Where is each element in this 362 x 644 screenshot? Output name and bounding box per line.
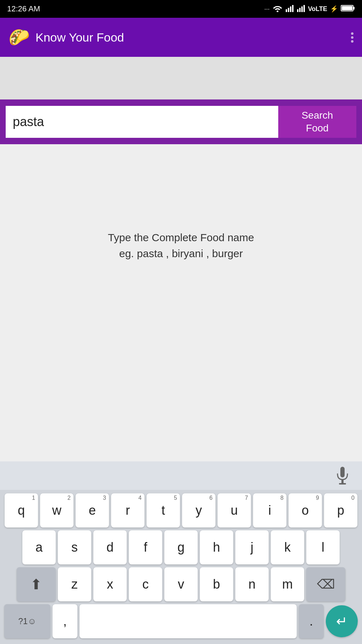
hint-text: Type the Complete Food name eg. pasta , … [108,229,254,261]
key-h[interactable]: h [200,530,233,564]
symbol-key[interactable]: ?1☺ [4,604,50,638]
svg-rect-11 [342,6,352,10]
svg-rect-6 [299,8,301,12]
key-g[interactable]: g [164,530,198,564]
key-m[interactable]: m [271,567,304,601]
app-bar: 🌮 Know Your Food [0,18,362,57]
app-title: Know Your Food [35,31,124,44]
svg-rect-14 [339,483,346,485]
svg-rect-2 [288,8,289,12]
app-bar-left: 🌮 Know Your Food [9,27,124,48]
search-input[interactable] [6,106,278,138]
key-e[interactable]: 3e [76,493,109,527]
svg-rect-1 [286,9,287,12]
signal-dots-icon: ··· [264,5,270,13]
key-u[interactable]: 7u [218,493,251,527]
status-bar: 12:26 AM ··· VoLTE [0,0,362,18]
wifi-icon [273,4,283,14]
svg-rect-7 [301,6,303,12]
comma-key[interactable]: , [53,604,77,638]
svg-rect-13 [341,480,344,483]
signal2-icon [297,4,305,14]
period-key[interactable]: . [299,604,324,638]
signal1-icon [285,4,294,14]
keyboard-row-4: ?1☺ , . ↵ [2,604,360,638]
more-menu-button[interactable] [351,32,353,43]
backspace-key[interactable]: ⌫ [306,567,345,601]
key-i[interactable]: 8i [253,493,286,527]
backspace-icon: ⌫ [317,577,335,592]
battery-icon [341,4,355,14]
svg-rect-3 [290,6,291,12]
content-area: Type the Complete Food name eg. pasta , … [0,144,362,461]
mic-button[interactable] [334,467,351,485]
charging-icon: ⚡ [330,5,338,13]
key-t[interactable]: 5t [147,493,180,527]
svg-point-0 [276,10,278,12]
key-c[interactable]: c [129,567,162,601]
svg-rect-5 [297,9,298,12]
search-food-button[interactable]: Search Food [278,106,356,138]
status-icons: ··· VoLTE ⚡ [264,4,355,14]
key-v[interactable]: v [164,567,198,601]
keyboard-row-3: ⬆ z x c v b n m ⌫ [2,567,360,601]
mic-row [0,461,362,490]
volte-label: VoLTE [308,5,327,13]
enter-icon: ↵ [336,613,347,629]
key-y[interactable]: 6y [182,493,215,527]
key-x[interactable]: x [93,567,127,601]
svg-rect-8 [303,5,305,12]
key-p[interactable]: 0p [324,493,357,527]
enter-key[interactable]: ↵ [326,605,358,637]
key-z[interactable]: z [58,567,91,601]
key-d[interactable]: d [93,530,127,564]
key-w[interactable]: 2w [40,493,73,527]
svg-rect-12 [340,467,345,477]
key-r[interactable]: 4r [111,493,144,527]
key-a[interactable]: a [22,530,56,564]
key-f[interactable]: f [129,530,162,564]
shift-icon: ⬆ [30,576,42,592]
shift-key[interactable]: ⬆ [17,567,56,601]
key-j[interactable]: j [235,530,269,564]
keyboard-area: 1q 2w 3e 4r 5t 6y 7u 8i 9o 0p a s d f g … [0,461,362,644]
app-icon: 🌮 [9,27,30,48]
search-bar-area: Search Food [0,99,362,144]
key-k[interactable]: k [271,530,304,564]
keyboard-row-1: 1q 2w 3e 4r 5t 6y 7u 8i 9o 0p [2,493,360,527]
svg-rect-4 [292,5,294,12]
key-n[interactable]: n [235,567,269,601]
space-key[interactable] [79,604,297,638]
svg-rect-10 [353,7,355,10]
key-s[interactable]: s [58,530,91,564]
keyboard-row-2: a s d f g h j k l [2,530,360,564]
key-q[interactable]: 1q [5,493,38,527]
key-b[interactable]: b [200,567,233,601]
keyboard: 1q 2w 3e 4r 5t 6y 7u 8i 9o 0p a s d f g … [0,490,362,640]
key-l[interactable]: l [306,530,340,564]
status-time: 12:26 AM [7,4,40,13]
key-o[interactable]: 9o [289,493,322,527]
banner-area [0,57,362,99]
